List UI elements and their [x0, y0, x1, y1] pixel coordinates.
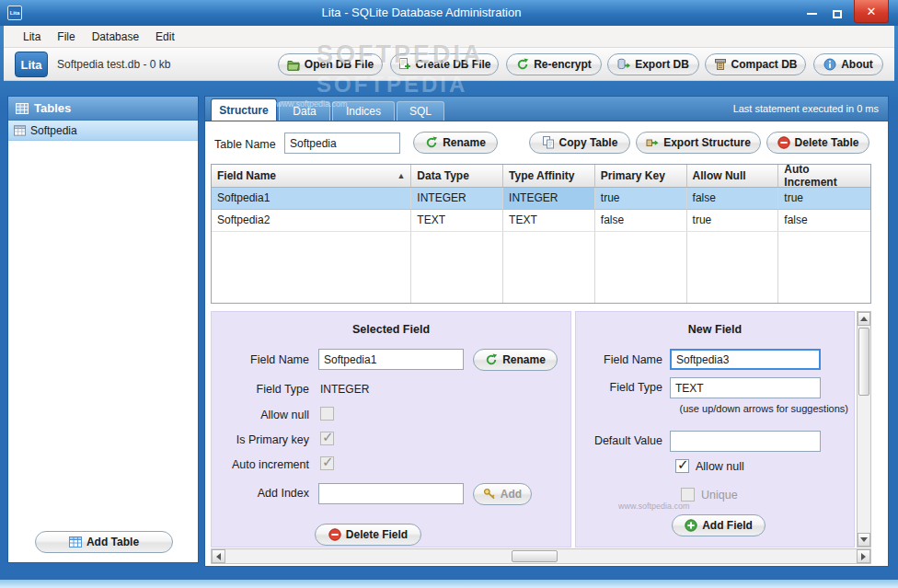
- primary-key-checkbox[interactable]: [320, 432, 334, 445]
- menu-database[interactable]: Database: [84, 26, 147, 48]
- grid-row-softpedia2[interactable]: Softpedia2 TEXT TEXT false true false: [212, 210, 870, 232]
- tables-icon: [16, 103, 29, 114]
- add-index-button[interactable]: Add: [473, 483, 532, 505]
- table-name-label: Table Name: [214, 138, 276, 151]
- arrow-down-icon: [860, 537, 868, 542]
- menu-edit[interactable]: Edit: [147, 26, 183, 48]
- scroll-up-button[interactable]: [858, 312, 870, 326]
- new-allow-null-checkbox[interactable]: [675, 459, 689, 473]
- export-db-button[interactable]: Export DB: [607, 53, 699, 75]
- field-type-label: Field Type: [213, 383, 309, 396]
- new-field-name-label: Field Name: [578, 353, 662, 366]
- maximize-button[interactable]: [826, 6, 848, 22]
- column-header-allow-null[interactable]: Allow Null: [687, 165, 779, 187]
- vertical-scroll-thumb[interactable]: [858, 328, 869, 396]
- add-table-button[interactable]: Add Table: [35, 531, 173, 553]
- open-db-button[interactable]: Open DB File: [278, 53, 383, 75]
- grid-empty-area: [212, 232, 870, 303]
- selected-field-title: Selected Field: [212, 323, 570, 336]
- tab-data[interactable]: Data: [279, 101, 330, 121]
- rename-icon: [425, 136, 438, 149]
- re-encrypt-button[interactable]: Re-encrypt: [506, 53, 602, 75]
- new-field-name-input[interactable]: [670, 349, 821, 370]
- allow-null-checkbox[interactable]: [320, 407, 334, 421]
- rename-field-button[interactable]: Rename: [473, 349, 558, 371]
- delete-table-button[interactable]: Delete Table: [766, 132, 869, 154]
- app-icon: Lita: [7, 6, 22, 20]
- add-index-input[interactable]: [318, 483, 464, 504]
- auto-increment-checkbox[interactable]: [320, 456, 334, 470]
- add-field-button[interactable]: Add Field: [672, 514, 766, 536]
- close-button[interactable]: ✕: [854, 0, 889, 23]
- table-item-icon: [14, 125, 26, 136]
- delete-field-icon: [328, 528, 341, 541]
- create-db-button[interactable]: Create DB File: [390, 53, 499, 75]
- grid-header: Field Name ▲ Data Type Type Affinity Pri…: [212, 165, 870, 188]
- new-field-type-input[interactable]: [670, 377, 821, 398]
- auto-increment-label: Auto increment: [213, 458, 309, 471]
- copy-table-button[interactable]: Copy Table: [529, 132, 630, 154]
- horizontal-scrollbar[interactable]: [211, 548, 871, 564]
- tab-indices[interactable]: Indices: [332, 101, 395, 121]
- default-value-label: Default Value: [578, 434, 662, 447]
- delete-table-icon: [777, 136, 790, 149]
- delete-field-button[interactable]: Delete Field: [315, 524, 421, 546]
- field-type-value: INTEGER: [320, 383, 369, 396]
- table-name-input[interactable]: [284, 133, 400, 154]
- new-field-type-label: Field Type: [578, 381, 662, 394]
- scroll-down-button[interactable]: [858, 533, 870, 547]
- rename-table-button[interactable]: Rename: [413, 132, 498, 154]
- add-field-icon: [685, 519, 697, 532]
- rename-field-icon: [485, 353, 498, 366]
- field-name-label: Field Name: [213, 353, 309, 366]
- export-db-icon: [617, 58, 630, 71]
- menu-lita[interactable]: Lita: [15, 26, 49, 48]
- menu-file[interactable]: File: [49, 26, 83, 48]
- export-structure-button[interactable]: Export Structure: [636, 132, 761, 154]
- column-header-auto-increment[interactable]: Auto Increment: [778, 165, 870, 187]
- add-table-icon: [69, 536, 82, 548]
- unique-checkbox[interactable]: [681, 488, 695, 502]
- default-value-input[interactable]: [670, 431, 821, 452]
- re-encrypt-icon: [516, 58, 529, 71]
- compact-db-button[interactable]: Compact DB: [705, 53, 806, 75]
- window-bottom-edge: [0, 580, 898, 588]
- allow-null-label: Allow null: [213, 409, 309, 421]
- titlebar: Lita Lita - SQLite Database Administrati…: [0, 0, 898, 26]
- selected-field-name-input[interactable]: [318, 349, 464, 370]
- column-header-primary-key[interactable]: Primary Key: [595, 165, 687, 187]
- app-window: SOFTPEDIA SOFTPEDIA www.softpedia.com ww…: [0, 0, 898, 588]
- scroll-left-button[interactable]: [212, 549, 225, 563]
- tables-header: Tables: [8, 97, 198, 121]
- toolbar: Lita Softpedia test.db - 0 kb Open DB Fi…: [4, 48, 894, 81]
- arrow-up-icon: [860, 317, 868, 321]
- compact-db-icon: [714, 58, 727, 71]
- suggestion-hint: (use up/down arrows for suggestions): [594, 403, 848, 414]
- column-header-data-type[interactable]: Data Type: [411, 165, 503, 187]
- lita-logo: Lita: [15, 52, 48, 77]
- minimize-button[interactable]: [800, 6, 823, 22]
- maximize-icon: [833, 10, 842, 18]
- fields-grid: Field Name ▲ Data Type Type Affinity Pri…: [211, 164, 871, 304]
- scroll-right-button[interactable]: [857, 549, 870, 563]
- column-header-type-affinity[interactable]: Type Affinity: [503, 165, 595, 187]
- selected-field-panel: Selected Field Field Name Rename Field T…: [211, 311, 571, 548]
- main-panel: Structure Data Indices SQL Last statemen…: [204, 96, 889, 567]
- arrow-right-icon: [861, 553, 866, 560]
- grid-row-softpedia1[interactable]: Softpedia1 INTEGER INTEGER true false tr…: [212, 188, 870, 210]
- create-db-icon: [397, 58, 410, 71]
- column-header-field-name[interactable]: Field Name ▲: [212, 165, 411, 187]
- add-index-label: Add Index: [213, 487, 309, 500]
- horizontal-scroll-thumb[interactable]: [512, 550, 558, 562]
- db-info: Softpedia test.db - 0 kb: [57, 58, 170, 71]
- table-list-item-softpedia[interactable]: Softpedia: [8, 121, 198, 141]
- new-field-panel: New Field Field Name Field Type (use up/…: [575, 311, 855, 548]
- vertical-scrollbar[interactable]: [857, 311, 871, 548]
- tab-structure[interactable]: Structure: [211, 98, 277, 121]
- tab-sql[interactable]: SQL: [397, 101, 444, 121]
- arrow-left-icon: [216, 553, 221, 560]
- new-allow-null-label: Allow null: [696, 460, 744, 473]
- about-button[interactable]: About: [813, 53, 883, 75]
- open-db-icon: [287, 59, 300, 71]
- unique-label: Unique: [701, 489, 738, 502]
